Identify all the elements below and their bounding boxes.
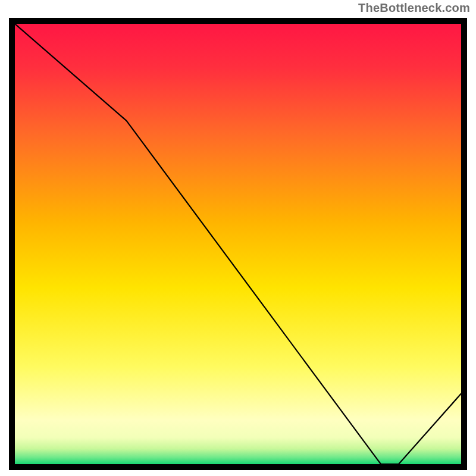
chart-plot-area: [15, 24, 461, 464]
chart-frame: [9, 18, 467, 470]
chart-background-gradient: [15, 24, 461, 464]
chart-stage: TheBottleneck.com: [0, 0, 476, 476]
watermark-text: TheBottleneck.com: [358, 1, 470, 15]
chart-svg: [15, 24, 461, 464]
